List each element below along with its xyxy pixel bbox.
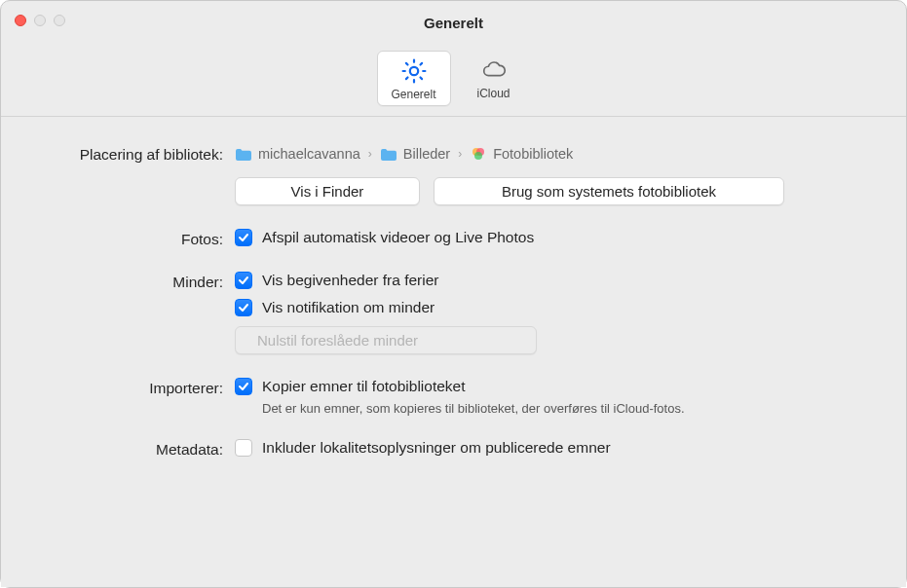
label-metadata: Metadata: <box>40 439 235 459</box>
checkbox-label: Afspil automatisk videoer og Live Photos <box>262 229 534 246</box>
breadcrumb-item-library[interactable]: Fotobibliotek <box>470 146 573 162</box>
breadcrumb-item-user[interactable]: michaelcavanna <box>235 146 360 162</box>
metadata-row: Metadata: Inkluder lokalitetsoplysninger… <box>40 439 867 459</box>
checkbox-copy-items[interactable] <box>235 378 252 395</box>
window-title: Generelt <box>13 15 894 31</box>
copy-items-help-text: Det er kun emner, som kopieres til bibli… <box>235 401 867 416</box>
include-location-checkbox-row[interactable]: Inkluder lokalitetsoplysninger om public… <box>235 439 867 457</box>
svg-point-3 <box>474 152 482 160</box>
toolbar: Generelt iCloud <box>1 45 906 117</box>
reset-memories-button: Nulstil foreslåede minder <box>235 326 537 354</box>
tab-label: Generelt <box>391 88 435 101</box>
pictures-folder-icon <box>380 146 397 162</box>
breadcrumb-text: Billeder <box>403 146 450 162</box>
label-minder: Minder: <box>40 272 235 354</box>
preferences-window: Generelt Generelt iCloud Placering af bi… <box>0 0 907 588</box>
chevron-right-icon: › <box>368 147 372 161</box>
cloud-icon <box>480 56 508 84</box>
checkbox-holidays[interactable] <box>235 272 252 289</box>
breadcrumb-text: michaelcavanna <box>258 146 360 162</box>
home-folder-icon <box>235 146 252 162</box>
traffic-lights <box>15 15 65 26</box>
tab-generelt[interactable]: Generelt <box>377 51 451 106</box>
library-location-row: Placering af bibliotek: michaelcavanna › <box>40 144 867 205</box>
checkbox-notification[interactable] <box>235 299 252 316</box>
breadcrumb-text: Fotobibliotek <box>493 146 573 162</box>
library-buttons: Vis i Finder Brug som systemets fotobibl… <box>235 177 867 205</box>
autoplay-checkbox-row[interactable]: Afspil automatisk videoer og Live Photos <box>235 229 867 246</box>
breadcrumb-item-pictures[interactable]: Billeder <box>380 146 450 162</box>
gear-icon <box>400 57 428 85</box>
use-as-system-library-button[interactable]: Brug som systemets fotobibliotek <box>434 177 784 205</box>
chevron-right-icon: › <box>458 147 462 161</box>
tab-label: iCloud <box>476 87 510 100</box>
label-importerer: Importerer: <box>40 378 235 416</box>
checkbox-include-location[interactable] <box>235 439 252 457</box>
checkbox-label: Vis begivenheder fra ferier <box>262 272 439 289</box>
label-fotos: Fotos: <box>40 229 235 248</box>
copy-items-checkbox-row[interactable]: Kopier emner til fotobiblioteket <box>235 378 867 395</box>
titlebar: Generelt <box>1 1 906 45</box>
checkbox-label: Kopier emner til fotobiblioteket <box>262 378 466 395</box>
breadcrumb: michaelcavanna › Billeder › Fo <box>235 144 867 167</box>
maximize-button[interactable] <box>54 15 65 26</box>
checkbox-label: Inkluder lokalitetsoplysninger om public… <box>262 439 611 457</box>
minimize-button[interactable] <box>34 15 46 26</box>
checkbox-label: Vis notifikation om minder <box>262 299 435 316</box>
minder-row: Minder: Vis begivenheder fra ferier Vis … <box>40 272 867 354</box>
tab-icloud[interactable]: iCloud <box>457 51 531 106</box>
close-button[interactable] <box>15 15 26 26</box>
checkbox-autoplay[interactable] <box>235 229 252 246</box>
show-in-finder-button[interactable]: Vis i Finder <box>235 177 420 205</box>
fotos-row: Fotos: Afspil automatisk videoer og Live… <box>40 229 867 248</box>
content: Placering af bibliotek: michaelcavanna › <box>1 117 906 587</box>
importerer-row: Importerer: Kopier emner til fotobibliot… <box>40 378 867 416</box>
holidays-checkbox-row[interactable]: Vis begivenheder fra ferier <box>235 272 867 289</box>
notification-checkbox-row[interactable]: Vis notifikation om minder <box>235 299 867 316</box>
svg-point-0 <box>409 67 417 75</box>
label-library-location: Placering af bibliotek: <box>40 144 235 205</box>
photos-library-icon <box>470 146 487 162</box>
